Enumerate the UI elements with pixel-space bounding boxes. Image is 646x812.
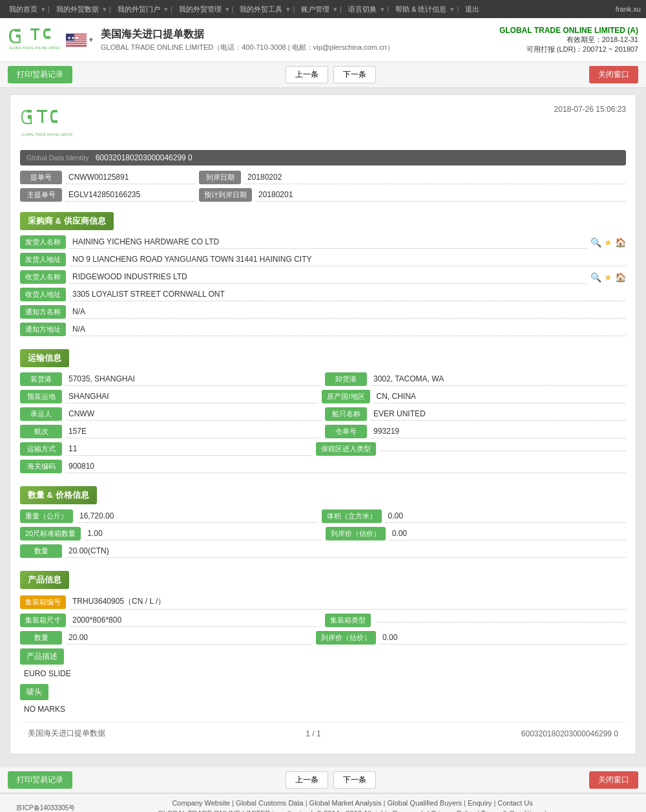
nav-home[interactable]: 我的首页: [5, 5, 41, 14]
vessel-value: EVER UNITED: [371, 407, 626, 421]
user-info: frank.xu: [616, 5, 641, 13]
quantity-section: 数量 & 价格信息 重量（公斤） 16,720.00 体积（立方米） 0.00 …: [20, 480, 626, 558]
flag-area: ★★★ ▾: [66, 34, 93, 47]
quantity-section-header: 数量 & 价格信息: [20, 486, 97, 504]
load-place-row: 预装运地 SHANGHAI 原产国/地区 CN, CHINA: [20, 390, 626, 403]
icp-number: 苏ICP备14033305号: [16, 804, 75, 812]
footer-links: Company Website | Global Customs Data | …: [75, 799, 630, 807]
svg-text:★★★: ★★★: [67, 36, 79, 40]
ftz-type-value: [380, 447, 626, 451]
footer-link-market[interactable]: Global Market Analysis: [309, 799, 382, 807]
print-button-bottom[interactable]: 打印贸易记录: [8, 771, 72, 789]
home-icon[interactable]: 🏠: [615, 237, 626, 248]
svg-rect-10: [66, 44, 87, 45]
customs-code-label: 海关编码: [20, 460, 62, 473]
record-logo: GLOBAL TRADE ONLINE LIMITED: [20, 105, 85, 142]
bill-no-row: 提单号 CNWW00125891 到岸日期 20180202: [20, 171, 626, 184]
close-button-bottom[interactable]: 关闭窗口: [589, 771, 638, 789]
vessel-label: 船只名称: [325, 407, 367, 421]
prev-button-bottom[interactable]: 上一条: [286, 771, 328, 789]
notify-addr-row: 通知方地址 N/A: [20, 323, 626, 336]
load-place-label: 预装运地: [20, 390, 62, 403]
container-size-value: 2000*806*800: [70, 614, 321, 627]
shipper-name-value: HAINING YICHENG HARDWARE CO LTD: [70, 235, 587, 249]
voyage-row: 航次 157E 仓单号 993219: [20, 425, 626, 438]
footer-link-company[interactable]: Company Website: [172, 799, 230, 807]
load-port-label: 装货港: [20, 372, 62, 386]
nav-account[interactable]: 账户管理: [297, 5, 333, 14]
logo-area: GLOBAL TRADE ONLINE LIMITED: [8, 22, 66, 58]
print-button-top[interactable]: 打印贸易记录: [8, 66, 72, 83]
home-icon-2[interactable]: 🏠: [615, 272, 626, 283]
ftz-type-label: 保税区进入类型: [316, 442, 376, 456]
next-button-top[interactable]: 下一条: [333, 66, 376, 83]
footer-link-enquiry[interactable]: Enquiry: [468, 799, 492, 807]
pagination: 1 / 1: [306, 729, 320, 738]
bill-lading-value: 993219: [371, 425, 626, 438]
weight-label: 重量（公斤）: [20, 509, 73, 523]
product-qty-label: 数量: [20, 631, 62, 645]
voyage-value: 157E: [66, 425, 321, 438]
carrier-row: 承运人 CNWW 船只名称 EVER UNITED: [20, 407, 626, 421]
product-qty-row: 数量 20.00 到岸价（估价） 0.00: [20, 631, 626, 645]
global-id-row: Global Data Identity 6003201802030000462…: [20, 150, 626, 166]
nav-management[interactable]: 我的外贸管理: [175, 5, 225, 14]
global-id-label: Global Data Identity: [26, 154, 89, 162]
product-qty-value: 20.00: [66, 631, 312, 645]
page-title: 美国海关进口提单数据: [101, 28, 499, 41]
shipper-name-label: 发货人名称: [20, 235, 66, 249]
load-place-value: SHANGHAI: [66, 390, 318, 403]
product-marks-value: NO MARKS: [20, 703, 626, 716]
consignee-name-row: 收货人名称 RIDGEWOOD INDUSTRIES LTD 🔍 ★ 🏠: [20, 270, 626, 284]
page-header: GLOBAL TRADE ONLINE LIMITED ★★★ ▾ 美国海关进口…: [0, 18, 646, 62]
close-button-top[interactable]: 关闭窗口: [589, 66, 638, 83]
master-bill-label: 主提单号: [20, 188, 62, 202]
footer-link-buyers[interactable]: Global Qualified Buyers: [387, 799, 462, 807]
origin-country-value: CN, CHINA: [374, 390, 626, 403]
nav-tools[interactable]: 我的外贸工具: [236, 5, 286, 14]
shipper-icons: 🔍 ★ 🏠: [590, 237, 626, 248]
nav-logout[interactable]: 退出: [461, 5, 483, 14]
consignee-name-label: 收货人名称: [20, 270, 66, 284]
container-size-label: 集装箱尺寸: [20, 614, 66, 627]
svg-rect-0: [8, 22, 66, 58]
container-type-value: [375, 618, 626, 623]
product-desc-label: 产品描述: [20, 648, 64, 665]
container-20-value: 1.00: [85, 527, 321, 540]
shipper-addr-value: NO 9 LIANCHENG ROAD YANGUANG TOWN 31441 …: [70, 253, 626, 266]
star-icon-2[interactable]: ★: [604, 272, 612, 283]
master-bill-row: 主提单号 EGLV142850166235 预计到岸日期 20180201: [20, 188, 626, 202]
nav-data-search[interactable]: 我的外贸数据: [52, 5, 103, 14]
footer-link-contact[interactable]: Contact Us: [497, 799, 532, 807]
supplier-section: 采购商 & 供应商信息 发货人名称 HAINING YICHENG HARDWA…: [20, 206, 626, 336]
search-icon-2[interactable]: 🔍: [590, 272, 601, 283]
product-marks-section: 唛头 NO MARKS: [20, 684, 626, 716]
weight-value: 16,720.00: [77, 509, 318, 523]
transport-mode-label: 运输方式: [20, 442, 62, 456]
container-size-row: 集装箱尺寸 2000*806*800 集装箱类型: [20, 614, 626, 627]
consignee-addr-value: 3305 LOYALIST STREET CORNWALL ONT: [70, 288, 626, 301]
customs-code-row: 海关编码 900810: [20, 460, 626, 473]
unload-port-label: 卸货港: [325, 372, 367, 386]
global-id-value: 600320180203000046299 0: [96, 153, 193, 162]
transport-section: 运输信息 装货港 57035, SHANGHAI 卸货港 3002, TACOM…: [20, 343, 626, 473]
star-icon[interactable]: ★: [604, 237, 612, 248]
search-icon[interactable]: 🔍: [590, 237, 601, 248]
est-arrival-value: 20180201: [256, 188, 626, 202]
next-button-bottom[interactable]: 下一条: [333, 771, 376, 789]
qty-value: 20.00(CTN): [66, 544, 626, 558]
nav-help[interactable]: 帮助 & 统计信息: [391, 5, 450, 14]
prev-button-top[interactable]: 上一条: [286, 66, 328, 83]
footer-link-customs[interactable]: Global Customs Data: [236, 799, 304, 807]
nav-language[interactable]: 语言切换: [344, 5, 380, 14]
product-desc-section: 产品描述 EURO SLIDE: [20, 648, 626, 680]
bill-lading-label: 仓单号: [325, 425, 367, 438]
load-port-row: 装货港 57035, SHANGHAI 卸货港 3002, TACOMA, WA: [20, 372, 626, 386]
notify-name-label: 通知方名称: [20, 305, 66, 319]
nav-portal[interactable]: 我的外贸门户: [114, 5, 164, 14]
record-card: GLOBAL TRADE ONLINE LIMITED 2018-07-26 1…: [10, 94, 636, 754]
bill-no-label: 提单号: [20, 171, 62, 184]
volume-label: 体积（立方米）: [322, 509, 382, 523]
transport-mode-row: 运输方式 11 保税区进入类型: [20, 442, 626, 456]
consignee-addr-row: 收货人地址 3305 LOYALIST STREET CORNWALL ONT: [20, 288, 626, 301]
